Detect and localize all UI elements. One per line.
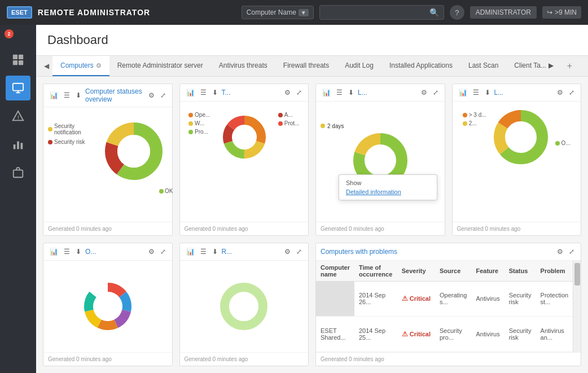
panel-l2-title: L... <box>494 89 554 96</box>
col-source: Source <box>435 261 472 282</box>
svg-rect-0 <box>13 55 17 59</box>
panel-settings-button-4[interactable]: ⚙ <box>555 87 565 98</box>
row2-time: 2014 Sep 25... <box>354 317 397 352</box>
col-time: Time of occurrence <box>354 261 397 282</box>
detailed-information-link[interactable]: Detailed information <box>346 188 430 195</box>
tab-installed-apps[interactable]: Installed Applications <box>381 56 460 76</box>
panel-problems-title: Computers with problems <box>321 248 553 256</box>
sidebar-item-computers[interactable] <box>6 76 30 100</box>
panel-export-button-3[interactable]: ⬇ <box>346 87 356 98</box>
svg-point-19 <box>232 125 256 149</box>
tab-audit-log[interactable]: Audit Log <box>337 56 381 76</box>
panel-settings-button-2[interactable]: ⚙ <box>283 87 292 98</box>
donut-chart-6 <box>216 278 272 335</box>
panel-list-button[interactable]: ☰ <box>62 90 72 100</box>
svg-rect-4 <box>13 84 23 91</box>
computer-icon <box>12 82 24 94</box>
panel-settings-button-5[interactable]: ⚙ <box>147 247 156 257</box>
col-severity: Severity <box>397 261 435 282</box>
legend-security-risk: Security risk <box>54 139 85 145</box>
tab-installed-label: Installed Applications <box>389 62 453 69</box>
svg-point-22 <box>366 146 395 175</box>
panel-settings-button-6[interactable]: ⚙ <box>283 247 292 257</box>
main-layout: 2 ! Dashboard ◀ Computers ⚙ <box>0 25 588 373</box>
tab-remote-admin[interactable]: Remote Administrator server <box>109 56 211 76</box>
logout-button[interactable]: ↪ >9 MIN <box>542 6 581 19</box>
panel-list-button-2[interactable]: ☰ <box>199 87 208 98</box>
panel-expand-button-4[interactable]: ⤢ <box>567 87 576 98</box>
search-icon[interactable]: 🔍 <box>429 8 439 17</box>
donut-chart-4 <box>490 106 552 168</box>
panel-computers-with-problems: Computers with problems ⚙ ⤢ Computer nam… <box>315 243 581 367</box>
panel-bar-chart-button-3[interactable]: 📊 <box>321 87 332 98</box>
chevron-right-icon: ▶ <box>548 62 554 69</box>
panel-list-button-4[interactable]: ☰ <box>471 87 481 98</box>
sidebar-item-tools[interactable] <box>6 160 30 185</box>
panel-settings-button-7[interactable]: ⚙ <box>555 247 565 257</box>
legend-security-notif: Security notification <box>54 123 98 135</box>
panel-export-button[interactable]: ⬇ <box>74 90 83 100</box>
tab-client-tasks[interactable]: Client Ta... ▶ <box>506 56 561 76</box>
panel-o-title: O... <box>85 248 144 256</box>
row2-problem: Antivirus an... <box>536 317 573 352</box>
table-row: ESET Shared... 2014 Sep 25... ⚠Critical … <box>316 317 573 352</box>
svg-rect-9 <box>14 170 23 177</box>
panel-l2: 📊 ☰ ⬇ L... ⚙ ⤢ > 3 d... 2... <box>452 84 582 236</box>
panel-bar-chart-button-5[interactable]: 📊 <box>48 247 60 257</box>
donut-chart-5 <box>80 278 136 335</box>
row1-time: 2014 Sep 26... <box>354 281 397 317</box>
page-title: Dashboard <box>47 33 108 47</box>
tab-computers[interactable]: Computers ⚙ <box>52 56 109 76</box>
panel-list-button-3[interactable]: ☰ <box>335 87 344 98</box>
panel-bar-chart-button-4[interactable]: 📊 <box>457 87 469 98</box>
panel-legend-2b: A... Prot... <box>278 106 300 126</box>
panel-export-button-5[interactable]: ⬇ <box>74 247 83 257</box>
panel-expand-button-2[interactable]: ⤢ <box>295 87 304 98</box>
panel-r-title: R... <box>222 248 281 256</box>
panel-bar-chart-button-6[interactable]: 📊 <box>185 247 196 257</box>
panel-legend: Security notification Security risk <box>48 112 100 145</box>
search-input[interactable] <box>324 8 426 16</box>
briefcase-icon <box>12 166 24 179</box>
row2-computer: ESET Shared... <box>316 317 354 352</box>
panel-settings-button-3[interactable]: ⚙ <box>419 87 429 98</box>
panel-list-button-6[interactable]: ☰ <box>199 247 208 257</box>
add-tab-button[interactable]: + <box>564 59 576 73</box>
panel-l1: 📊 ☰ ⬇ L... ⚙ ⤢ 2 days <box>315 84 445 236</box>
panels-grid: 📊 ☰ ⬇ Computer statuses overview ⚙ ⤢ Sec… <box>36 77 588 373</box>
panel-export-button-4[interactable]: ⬇ <box>483 87 492 98</box>
row1-source: Operating s... <box>435 281 472 317</box>
tab-antivirus-threats[interactable]: Antivirus threats <box>211 56 275 76</box>
computer-name-selector[interactable]: Computer Name ▼ <box>242 6 314 19</box>
tab-last-scan[interactable]: Last Scan <box>460 56 506 76</box>
panel-expand-button-5[interactable]: ⤢ <box>159 247 168 257</box>
panel-t: 📊 ☰ ⬇ T... ⚙ ⤢ Ope... W... Pro... <box>179 84 309 236</box>
panel-list-button-5[interactable]: ☰ <box>62 247 72 257</box>
panel-t-title: T... <box>222 89 281 96</box>
svg-rect-2 <box>13 60 17 65</box>
panel-settings-button[interactable]: ⚙ <box>147 90 156 100</box>
panel-expand-button-7[interactable]: ⤢ <box>567 247 576 257</box>
panel-expand-button-3[interactable]: ⤢ <box>431 87 440 98</box>
row2-source: Security pro... <box>435 317 472 352</box>
gear-icon[interactable]: ⚙ <box>96 62 102 69</box>
panel-footer-3: Generated 0 minutes ago <box>316 222 445 235</box>
sidebar-item-dashboard[interactable] <box>6 47 30 72</box>
panel-l2-legend-b: O... <box>555 106 571 146</box>
row1-status: Security risk <box>504 281 536 317</box>
panel-expand-button[interactable]: ⤢ <box>159 90 168 100</box>
sidebar-item-alerts[interactable]: ! <box>6 104 30 129</box>
help-button[interactable]: ? <box>450 5 464 20</box>
panel-bar-chart-button[interactable]: 📊 <box>48 90 60 100</box>
tab-firewall-threats[interactable]: Firewall threats <box>275 56 337 76</box>
admin-button[interactable]: ADMINISTRATOR <box>470 6 537 19</box>
dashboard-icon <box>12 54 24 66</box>
panel-bar-chart-button-2[interactable]: 📊 <box>185 87 196 98</box>
panel-expand-button-6[interactable]: ⤢ <box>295 247 304 257</box>
panel-export-button-2[interactable]: ⬇ <box>210 87 220 98</box>
table-scrollbar[interactable] <box>573 261 581 353</box>
panel-footer-2: Generated 0 minutes ago <box>180 222 309 235</box>
tab-collapse-button[interactable]: ◀ <box>41 58 52 74</box>
sidebar-item-reports[interactable] <box>6 132 30 157</box>
panel-export-button-6[interactable]: ⬇ <box>210 247 220 257</box>
